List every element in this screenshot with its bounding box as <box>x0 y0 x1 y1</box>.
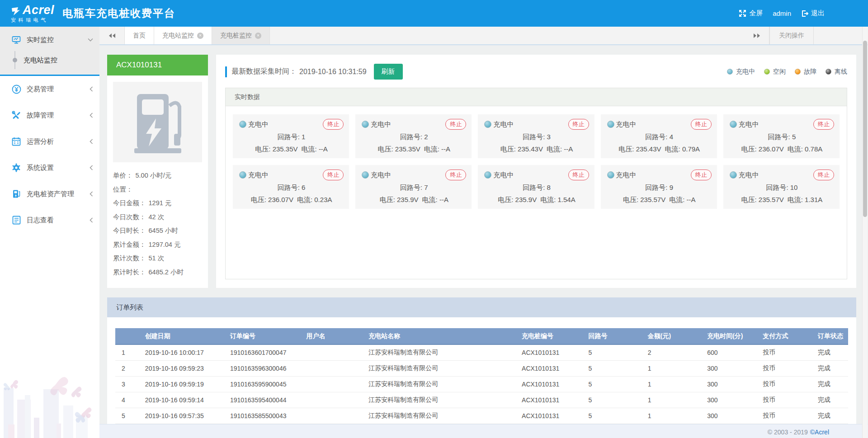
logout-label: 退出 <box>811 9 825 18</box>
legend-offline: 离线 <box>826 68 847 76</box>
fullscreen-button[interactable]: 全屏 <box>736 9 765 18</box>
tab-station-monitor[interactable]: 充电站监控 × <box>154 27 212 44</box>
station-id: ACX1010131 <box>107 55 208 75</box>
table-row[interactable]: 22019-10-16 09:59:231910163596300046江苏安科… <box>115 360 848 376</box>
order-list-section: 订单列表 创建日期 <box>107 297 856 424</box>
col-station-name: 充电站名称 <box>362 328 515 344</box>
charging-dot-icon <box>727 69 733 75</box>
terminate-button[interactable]: 终止 <box>813 170 834 180</box>
sidebar-item-label: 充电桩资产管理 <box>27 190 74 198</box>
analysis-icon <box>11 137 21 146</box>
terminate-button[interactable]: 终止 <box>445 170 466 180</box>
sidebar-item-transactions[interactable]: 交易管理 <box>0 76 99 102</box>
logout-button[interactable]: 退出 <box>798 9 827 18</box>
logout-icon <box>801 10 808 17</box>
collect-time-value: 2019-10-16 10:31:59 <box>299 68 367 76</box>
chevron-left-icon <box>90 165 93 170</box>
close-icon[interactable]: × <box>197 33 203 39</box>
table-row[interactable]: 52019-10-16 09:57:351910163585500043江苏安科… <box>115 408 848 424</box>
realtime-monitor-panel: 最新数据采集时间： 2019-10-16 10:31:59 刷新 充电中 空闲 … <box>216 55 856 288</box>
charging-dot-icon <box>484 121 491 128</box>
circuit-card-7: 充电中终止 回路号: 7 电压: 235.9V电流: --A <box>355 165 472 209</box>
charging-pile-icon <box>11 189 21 199</box>
circuit-card-grid: 充电中终止 回路号: 1 电压: 235.35V电流: --A 充电中终止 回路… <box>233 114 840 209</box>
fault-icon <box>11 110 21 120</box>
logo-subtext: 安科瑞电气 <box>11 18 54 23</box>
col-circuit-no: 回路号 <box>582 328 642 344</box>
scrollbar-thumb[interactable] <box>863 41 867 217</box>
sidebar-item-station-monitor[interactable]: 充电站监控 <box>0 50 99 70</box>
circuit-card-8: 充电中终止 回路号: 8 电压: 235.9V电流: 1.54A <box>478 165 594 209</box>
legend-idle: 空闲 <box>764 68 786 76</box>
info-unit-price: 单价：5.00 小时/元 <box>113 169 202 183</box>
tabs-scroll-right-button[interactable] <box>744 27 769 44</box>
sidebar-item-label: 交易管理 <box>27 85 54 94</box>
city-watermark-graphic <box>0 357 99 438</box>
sidebar-item-pile-assets[interactable]: 充电桩资产管理 <box>0 181 99 207</box>
refresh-button[interactable]: 刷新 <box>374 64 403 80</box>
charging-dot-icon <box>239 121 246 128</box>
terminate-button[interactable]: 终止 <box>445 119 466 130</box>
charging-dot-icon <box>607 171 614 179</box>
terminate-button[interactable]: 终止 <box>568 170 589 180</box>
fullscreen-icon <box>739 9 746 17</box>
col-created: 创建日期 <box>139 328 224 344</box>
info-total-amount: 累计金额：1297.04 元 <box>113 238 202 252</box>
sidebar-group-realtime: 实时监控 充电站监控 <box>0 27 99 76</box>
charging-dot-icon <box>730 121 737 128</box>
collect-time-label: 最新数据采集时间： <box>231 67 297 76</box>
fault-dot-icon <box>795 69 801 75</box>
col-amount: 金额(元) <box>642 328 701 344</box>
info-today-duration: 今日时长：6455 小时 <box>113 224 202 238</box>
username[interactable]: admin <box>770 9 794 17</box>
tab-home[interactable]: 首页 <box>125 27 154 44</box>
top-header: Acrel 安科瑞电气 电瓶车充电桩收费平台 全屏 admin <box>0 0 868 27</box>
acrel-logo-icon <box>11 6 21 16</box>
app-root: Acrel 安科瑞电气 电瓶车充电桩收费平台 全屏 admin <box>0 0 868 438</box>
sidebar-item-analysis[interactable]: 运营分析 <box>0 128 99 155</box>
station-summary-card: ACX1010131 <box>107 55 208 288</box>
tabs-scroll-left-button[interactable] <box>99 27 125 44</box>
sidebar-item-faults[interactable]: 故障管理 <box>0 102 99 128</box>
table-row[interactable]: 42019-10-16 09:59:141910163595400044江苏安科… <box>115 392 848 408</box>
terminate-button[interactable]: 终止 <box>691 170 712 180</box>
acrel-footer-link[interactable]: ©Acrel <box>810 429 829 436</box>
sidebar-item-realtime-monitor[interactable]: 实时监控 <box>0 29 99 50</box>
tab-pile-monitor[interactable]: 充电桩监控 × <box>212 27 270 44</box>
transaction-icon <box>11 84 21 94</box>
info-today-count: 今日次数：42 次 <box>113 210 202 224</box>
terminate-button[interactable]: 终止 <box>568 119 589 130</box>
table-row[interactable]: 12019-10-16 10:00:171910163601700047江苏安科… <box>115 344 848 360</box>
station-info-list: 单价：5.00 小时/元 位置： 今日金额：1291 元 今日次数：42 次 今… <box>113 169 202 279</box>
orders-table: 创建日期 订单编号 用户名 充电站名称 充电桩编号 回路号 金额(元) 充电时间… <box>115 328 848 424</box>
settings-icon <box>11 163 21 173</box>
chevron-down-icon <box>88 38 93 42</box>
circuit-card-5: 充电中终止 回路号: 5 电压: 236.07V电流: 0.78A <box>723 114 840 158</box>
circuit-card-10: 充电中终止 回路号: 10 电压: 235.57V电流: 1.31A <box>723 165 840 209</box>
circuit-card-9: 充电中终止 回路号: 9 电压: 235.57V电流: --A <box>601 165 717 209</box>
terminate-button[interactable]: 终止 <box>691 119 712 130</box>
charging-dot-icon <box>607 121 614 128</box>
copyright-text: © 2003 - 2019 <box>768 429 808 436</box>
chevron-left-icon <box>90 217 93 223</box>
terminate-button[interactable]: 终止 <box>323 170 344 180</box>
circuit-card-4: 充电中终止 回路号: 4 电压: 235.43V电流: 0.79A <box>601 114 717 158</box>
terminate-button[interactable]: 终止 <box>813 119 834 130</box>
close-icon[interactable]: × <box>255 33 261 39</box>
acrel-logo: Acrel 安科瑞电气 <box>11 4 54 23</box>
col-charge-minutes: 充电时间(分) <box>701 328 756 344</box>
table-row[interactable]: 32019-10-16 09:59:191910163595900045江苏安科… <box>115 376 848 392</box>
sidebar-subitem-label: 充电站监控 <box>24 56 57 65</box>
sidebar-item-settings[interactable]: 系统设置 <box>0 155 99 181</box>
charging-dot-icon <box>362 121 369 128</box>
fullscreen-label: 全屏 <box>749 9 763 18</box>
sidebar-item-logs[interactable]: 日志查看 <box>0 207 99 233</box>
terminate-button[interactable]: 终止 <box>323 119 344 130</box>
monitor-icon <box>11 35 21 45</box>
chevron-left-icon <box>90 113 93 118</box>
page-scrollbar[interactable] <box>862 27 868 438</box>
col-index <box>115 328 139 344</box>
close-operations-dropdown[interactable]: 关闭操作 <box>769 27 814 44</box>
info-total-count: 累计次数：51 次 <box>113 251 202 265</box>
timeline-dot-icon <box>12 50 18 70</box>
